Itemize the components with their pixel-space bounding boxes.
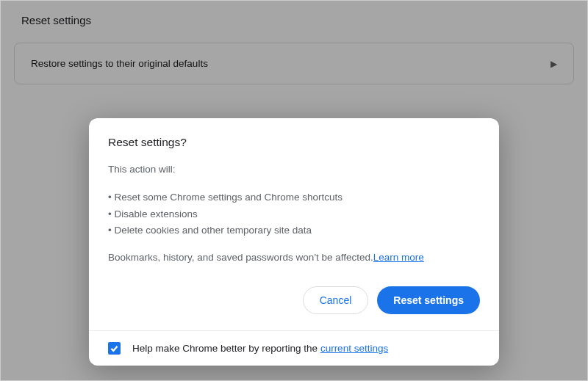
footer-text: Help make Chrome better by reporting the… <box>132 343 388 354</box>
dialog-footer: Help make Chrome better by reporting the… <box>89 330 499 366</box>
dialog-bullets: • Reset some Chrome settings and Chrome … <box>108 189 480 239</box>
current-settings-link[interactable]: current settings <box>320 343 388 354</box>
cancel-button[interactable]: Cancel <box>303 286 369 314</box>
report-settings-checkbox[interactable] <box>108 342 121 355</box>
dialog-intro: This action will: <box>108 162 480 178</box>
check-icon <box>110 344 119 353</box>
dialog-actions: Cancel Reset settings <box>108 286 480 314</box>
dialog-title: Reset settings? <box>108 136 480 149</box>
learn-more-link[interactable]: Learn more <box>373 252 424 263</box>
bullet-item: • Reset some Chrome settings and Chrome … <box>108 189 480 206</box>
reset-settings-dialog: Reset settings? This action will: • Rese… <box>89 118 499 366</box>
bullet-item: • Disable extensions <box>108 206 480 222</box>
reset-settings-button[interactable]: Reset settings <box>377 286 480 314</box>
dialog-info: Bookmarks, history, and saved passwords … <box>108 250 480 266</box>
modal-overlay: Reset settings? This action will: • Rese… <box>1 1 587 380</box>
footer-prefix: Help make Chrome better by reporting the <box>132 343 320 354</box>
dialog-body: Reset settings? This action will: • Rese… <box>89 118 499 330</box>
bullet-item: • Delete cookies and other temporary sit… <box>108 222 480 239</box>
dialog-info-text: Bookmarks, history, and saved passwords … <box>108 252 373 263</box>
